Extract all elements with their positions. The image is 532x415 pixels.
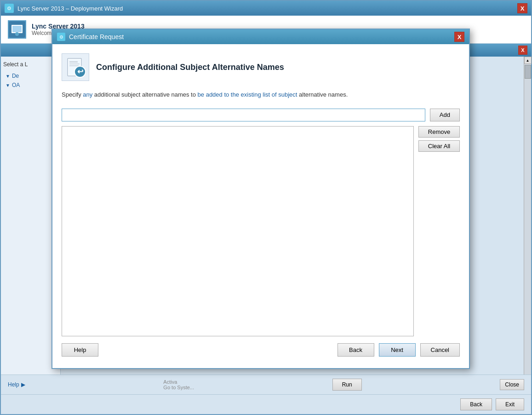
- clear-all-button[interactable]: Clear All: [418, 140, 460, 152]
- svg-rect-8: [69, 63, 80, 64]
- modal-title-icon: ⚙: [57, 33, 65, 41]
- main-bottom: Back Exit: [1, 394, 531, 414]
- modal-header-title: Configure Additional Subject Alternative…: [96, 63, 284, 72]
- main-title: Lync Server 2013 – Deployment Wizard: [17, 5, 123, 12]
- scroll-bar: ▲: [524, 57, 531, 375]
- modal-input-area: Add: [62, 109, 460, 121]
- scroll-up-arrow[interactable]: ▲: [524, 57, 532, 64]
- main-close-button[interactable]: X: [517, 3, 527, 13]
- back-button[interactable]: Back: [460, 398, 492, 410]
- modal-list-area: Remove Clear All: [62, 126, 460, 337]
- sidebar-item-de[interactable]: ▼ De: [3, 71, 58, 81]
- svg-rect-4: [15, 36, 19, 37]
- title-bar-left: ⚙ Lync Server 2013 – Deployment Wizard: [5, 4, 123, 13]
- modal-side-buttons: Remove Clear All: [418, 126, 460, 337]
- modal-next-button[interactable]: Next: [379, 343, 416, 357]
- modal-close-button[interactable]: X: [454, 32, 464, 42]
- highlight-any: any: [83, 91, 92, 98]
- exit-button[interactable]: Exit: [496, 398, 524, 410]
- modal-help-button[interactable]: Help: [62, 343, 98, 357]
- scroll-thumb[interactable]: [525, 65, 531, 79]
- svg-point-3: [15, 32, 19, 36]
- modal-title-bar: ⚙ Certificate Request X: [52, 29, 469, 44]
- sidebar-item-oa-label: OA: [12, 82, 20, 88]
- sidebar-label: Select a L: [3, 61, 58, 68]
- help-label: Help: [8, 381, 19, 388]
- san-list-box[interactable]: [62, 126, 414, 337]
- sidebar-item-oa[interactable]: ▼ OA: [3, 81, 58, 90]
- lync-icon: [8, 20, 26, 39]
- activate-text: ActivaGo to Syste...: [163, 379, 194, 390]
- modal-title: Certificate Request: [69, 33, 124, 40]
- highlight-be-added: be added to the: [198, 91, 239, 98]
- svg-rect-2: [12, 26, 22, 32]
- run-button[interactable]: Run: [332, 379, 362, 391]
- modal-back-button[interactable]: Back: [338, 343, 374, 357]
- app-icon: ⚙: [5, 4, 14, 13]
- modal-header-icon: ↩: [62, 53, 89, 81]
- modal-title-left: ⚙ Certificate Request: [57, 33, 124, 41]
- san-input[interactable]: [62, 109, 425, 121]
- arrow-icon-oa: ▼: [6, 83, 10, 88]
- svg-text:↩: ↩: [77, 68, 84, 75]
- svg-rect-7: [69, 61, 78, 63]
- close-button[interactable]: Close: [500, 379, 524, 390]
- sidebar-item-de-label: De: [12, 73, 19, 79]
- modal-dialog: ⚙ Certificate Request X ↩: [51, 29, 470, 369]
- highlight-existing: existing list of subject: [241, 91, 297, 98]
- main-title-bar: ⚙ Lync Server 2013 – Deployment Wizard X: [1, 1, 531, 16]
- modal-description: Specify any additional subject alternati…: [62, 90, 460, 99]
- arrow-icon-de: ▼: [6, 74, 10, 79]
- help-arrow-icon: ▶: [21, 381, 25, 388]
- secondary-close-button[interactable]: X: [518, 46, 527, 55]
- bottom-bar: Help ▶ ActivaGo to Syste... Run Close: [1, 375, 531, 394]
- main-window: ⚙ Lync Server 2013 – Deployment Wizard X…: [0, 0, 532, 415]
- modal-body: ↩ Configure Additional Subject Alternati…: [52, 44, 469, 368]
- add-button[interactable]: Add: [430, 109, 460, 121]
- modal-cancel-button[interactable]: Cancel: [420, 343, 460, 357]
- help-link[interactable]: Help ▶: [8, 381, 25, 388]
- remove-san-button[interactable]: Remove: [418, 126, 460, 138]
- svg-rect-9: [69, 65, 79, 66]
- modal-header-section: ↩ Configure Additional Subject Alternati…: [62, 53, 460, 81]
- modal-footer: Help Back Next Cancel: [62, 336, 460, 359]
- modal-footer-right: Back Next Cancel: [338, 343, 460, 357]
